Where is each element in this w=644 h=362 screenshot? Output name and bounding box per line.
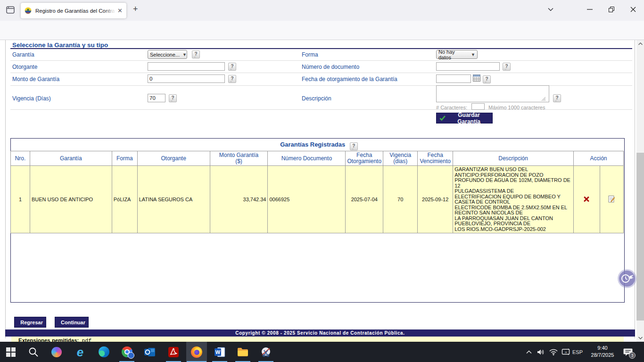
check-icon xyxy=(439,115,446,121)
vigencia-help-icon[interactable]: ? xyxy=(169,94,177,102)
new-tab-button[interactable]: + xyxy=(133,4,138,14)
window-minimize-button[interactable] xyxy=(579,0,601,19)
continuar-button[interactable]: Continuar xyxy=(55,317,89,328)
monto-label: Monto de Garantía xyxy=(12,76,59,82)
cell-nro: 1 xyxy=(11,166,30,233)
firefox-icon[interactable] xyxy=(186,342,207,362)
browser-toolbar: https://www.compraspublicas.gob.ec/Proce… xyxy=(0,21,644,40)
browser-titlebar: Registro de Garantías del Contra ✕ + xyxy=(0,0,644,21)
descripcion-label: Descripción xyxy=(302,95,331,102)
chrome-icon[interactable] xyxy=(116,342,137,362)
col-otorgante: Otorgante xyxy=(137,151,210,166)
cast-display-icon[interactable]: ⊐ xyxy=(561,342,570,362)
col-forma: Forma xyxy=(112,151,137,166)
cell-delete xyxy=(574,166,600,233)
cell-forma: PóLIZA xyxy=(112,166,137,233)
fecha-otorgamiento-input[interactable] xyxy=(436,74,471,83)
cell-edit xyxy=(600,166,623,233)
acrobat-icon[interactable] xyxy=(163,342,184,362)
outlook-icon[interactable] xyxy=(140,342,160,362)
svg-text:⊐: ⊐ xyxy=(565,351,567,354)
copyright-bar: Copyright © 2008 - 2025 Servicio Naciona… xyxy=(5,329,635,337)
svg-text:W: W xyxy=(215,349,220,355)
internet-explorer-icon[interactable]: e xyxy=(70,342,91,362)
col-descripcion: Descripción xyxy=(453,151,574,166)
word-icon[interactable]: W xyxy=(209,342,230,362)
browser-tab[interactable]: Registro de Garantías del Contra ✕ xyxy=(21,3,126,18)
chars-max-label: Máximo 1000 caracteres xyxy=(488,105,545,110)
monto-input[interactable] xyxy=(148,74,225,83)
cell-numero-documento: 0066925 xyxy=(268,166,346,233)
screen: Registro de Garantías del Contra ✕ + htt… xyxy=(0,0,644,362)
table-header-row: Nro. Garantía Forma Otorgante Monto Gara… xyxy=(11,151,624,166)
start-button[interactable] xyxy=(0,342,21,362)
scroll-up-icon[interactable] xyxy=(636,40,644,48)
numero-documento-help-icon[interactable]: ? xyxy=(503,63,511,71)
form-section-title: Seleccione la Garantía y su tipo xyxy=(12,41,108,49)
language-indicator[interactable]: ESP xyxy=(572,342,583,362)
firefox-view-icon[interactable] xyxy=(6,5,15,16)
forma-label: Forma xyxy=(302,51,318,58)
garantia-select[interactable]: Seleccione...▼ xyxy=(148,50,187,59)
tab-title: Registro de Garantías del Contra xyxy=(35,8,116,14)
scrollbar-thumb[interactable] xyxy=(636,153,644,321)
col-accion: Acción xyxy=(574,151,624,166)
window-close-button[interactable] xyxy=(622,0,644,19)
otorgante-input[interactable] xyxy=(148,62,225,71)
col-numero-documento: Número Documento xyxy=(268,151,346,166)
guardar-garantia-button[interactable]: Guardar Garantía xyxy=(436,113,493,123)
windows-taskbar: e W xyxy=(0,342,644,362)
garantia-label: Garantía xyxy=(12,51,34,58)
cell-fecha-vencimiento: 2025-09-12 xyxy=(418,166,453,233)
wifi-icon[interactable] xyxy=(549,342,558,362)
edit-document-icon[interactable] xyxy=(608,198,615,204)
monto-help-icon[interactable]: ? xyxy=(228,75,236,83)
col-nro: Nro. xyxy=(11,151,30,166)
title-underline xyxy=(10,48,632,49)
window-restore-button[interactable] xyxy=(601,0,622,19)
col-vigencia: Vigencia (dias) xyxy=(383,151,418,166)
garantia-help-icon[interactable]: ? xyxy=(192,50,200,58)
calendar-icon[interactable] xyxy=(473,74,480,83)
numero-documento-input[interactable] xyxy=(436,62,500,71)
scroll-down-icon[interactable] xyxy=(636,334,644,342)
table-help-icon[interactable]: ? xyxy=(350,142,358,150)
fecha-help-icon[interactable]: ? xyxy=(483,75,491,83)
col-monto: Monto Garantía ($) xyxy=(210,151,268,166)
notification-count-badge: 3 xyxy=(629,352,636,359)
cell-fecha-otorgamiento: 2025-07-04 xyxy=(346,166,383,233)
file-explorer-icon[interactable] xyxy=(232,342,253,362)
taskbar-clock[interactable]: 9:40 28/7/2025 xyxy=(586,345,619,359)
descripcion-help-icon[interactable]: ? xyxy=(553,94,561,102)
taskbar-date: 28/7/2025 xyxy=(586,352,619,359)
otorgante-label: Otorgante xyxy=(12,64,37,70)
cell-descripcion: GARANTIZAR BUEN USO DEL ANTICIPO:PERFORA… xyxy=(453,166,574,233)
copilot-icon[interactable] xyxy=(46,342,67,362)
fecha-otorgamiento-label: Fecha de otorgamiento de la Garantía xyxy=(302,76,397,82)
descripcion-textarea[interactable] xyxy=(436,85,549,102)
garantias-table: Nro. Garantía Forma Otorgante Monto Gara… xyxy=(10,151,624,233)
snipping-tool-icon[interactable] xyxy=(256,342,276,362)
vigencia-input[interactable] xyxy=(148,94,165,102)
regresar-button[interactable]: Regresar xyxy=(14,317,46,328)
chars-count-input[interactable] xyxy=(471,103,485,110)
tab-close-icon[interactable]: ✕ xyxy=(117,7,123,14)
winged-clock-overlay-icon[interactable] xyxy=(619,271,635,287)
otorgante-help-icon[interactable]: ? xyxy=(228,63,236,71)
cell-garantia: BUEN USO DE ANTICIPO xyxy=(30,166,112,233)
col-fecha-otorgamiento: Fecha Otorgamiento xyxy=(346,151,383,166)
page-scrollbar[interactable] xyxy=(636,40,644,342)
chars-label: # Caracteres: xyxy=(436,105,467,110)
page-content: Seleccione la Garantía y su tipo Garantí… xyxy=(0,40,644,342)
delete-x-icon[interactable] xyxy=(583,196,590,202)
resize-grip-icon[interactable] xyxy=(541,95,546,103)
edge-icon[interactable] xyxy=(93,342,114,362)
tab-favicon xyxy=(25,7,32,15)
table-row: 1 BUEN USO DE ANTICIPO PóLIZA LATINA SEG… xyxy=(11,166,624,233)
list-tabs-chevron-icon[interactable] xyxy=(540,0,561,19)
tray-chevron-icon[interactable] xyxy=(526,342,532,362)
forma-select[interactable]: No hay datos▼ xyxy=(436,50,478,59)
volume-icon[interactable] xyxy=(537,342,545,362)
cell-monto: 33,742.34 xyxy=(210,166,268,233)
search-icon[interactable] xyxy=(23,342,44,362)
